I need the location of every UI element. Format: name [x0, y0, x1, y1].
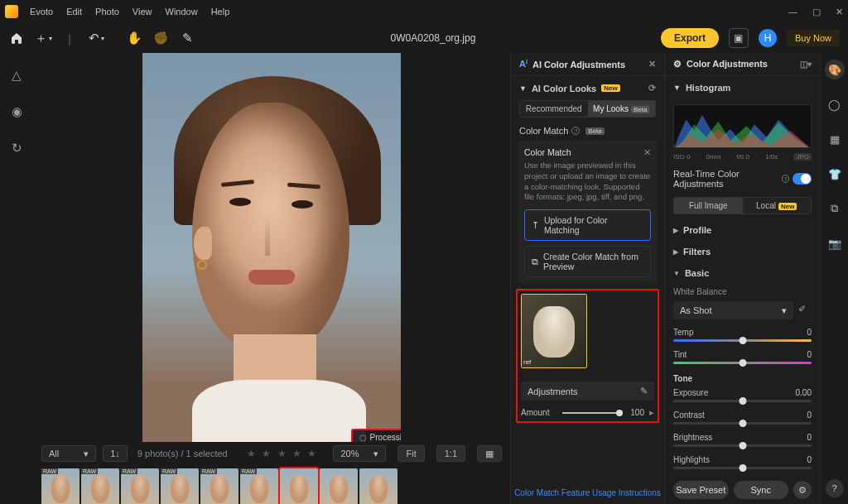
photo-count-label: 9 photo(s) / 1 selected [137, 449, 228, 458]
history-icon[interactable]: ↻ [7, 139, 26, 157]
highlights-slider[interactable] [673, 467, 812, 469]
rail-sky-icon[interactable]: ▦ [825, 129, 845, 149]
star-rating[interactable]: ★ ★ ★ ★ ★ [247, 448, 318, 459]
thumbnail[interactable]: RAW [200, 468, 238, 504]
radial-tool-icon[interactable]: ◉ [7, 103, 26, 121]
thumbnail[interactable]: RAW [41, 468, 80, 504]
play-icon[interactable]: ▸ [649, 407, 654, 418]
upload-color-match-button[interactable]: ⤒ Upload for Color Matching [524, 209, 651, 241]
contrast-slider[interactable] [673, 422, 812, 425]
info-icon[interactable]: ? [782, 175, 789, 183]
thumbnail[interactable]: RAW [161, 468, 199, 504]
menu-view[interactable]: View [126, 7, 159, 17]
one-to-one-button[interactable]: 1:1 [436, 445, 465, 462]
filter-dropdown[interactable]: All▾ [41, 445, 96, 462]
section-profile[interactable]: ▶Profile [665, 219, 820, 241]
undo-icon[interactable]: ↶▾ [88, 30, 104, 46]
zoom-dropdown[interactable]: 20%▾ [333, 445, 386, 462]
compare-icon[interactable]: ◫▾ [800, 60, 812, 69]
exposure-slider[interactable] [673, 400, 812, 402]
temp-slider[interactable] [673, 339, 812, 342]
thumbnail[interactable] [359, 468, 398, 504]
temp-label: Temp [673, 328, 693, 337]
home-icon[interactable] [8, 30, 25, 46]
instructions-link[interactable]: Color Match Feature Usage Instructions [511, 482, 664, 504]
rail-body-icon[interactable]: 👕 [825, 164, 845, 184]
tone-label: Tone [665, 371, 820, 386]
tab-local[interactable]: LocalNew [743, 198, 812, 214]
brightness-slider[interactable] [673, 444, 812, 447]
save-icon[interactable]: ▣ [729, 28, 749, 48]
brightness-value: 0 [807, 433, 812, 442]
eyedropper-icon[interactable]: ✐ [798, 304, 812, 317]
preview-photo[interactable]: ◌ Processing (Color Adjustments 100%) [142, 53, 401, 442]
add-icon[interactable]: ＋▾ [35, 30, 51, 46]
mask-tool-icon[interactable]: ✊ [152, 30, 169, 46]
amount-label: Amount [521, 408, 557, 417]
color-match-label: Color Match [519, 126, 568, 136]
section-filters[interactable]: ▶Filters [665, 241, 820, 262]
beta-badge: Beta [585, 127, 604, 135]
contrast-label: Contrast [673, 410, 705, 420]
disclosure-icon[interactable]: ▼ [673, 84, 681, 92]
menu-help[interactable]: Help [205, 7, 237, 17]
brightness-label: Brightness [673, 433, 712, 442]
sort-dropdown[interactable]: 1↓ [103, 445, 128, 462]
exposure-label: Exposure [673, 388, 708, 397]
tint-label: Tint [673, 350, 687, 359]
sync-button[interactable]: Sync [734, 481, 789, 499]
upload-icon: ⤒ [532, 220, 539, 230]
adjustments-label: Adjustments [528, 386, 578, 396]
info-icon[interactable]: ? [571, 127, 580, 135]
menu-edit[interactable]: Edit [60, 7, 89, 17]
thumbnail[interactable]: RAW [121, 468, 159, 504]
rail-crop-icon[interactable]: ⧉ [825, 199, 845, 218]
brush-tool-icon[interactable]: ✎ [179, 30, 195, 46]
create-from-preview-button[interactable]: ⧉ Create Color Match from Preview [524, 246, 651, 277]
realtime-toggle[interactable] [793, 173, 812, 185]
refresh-icon[interactable]: ⟳ [648, 83, 656, 94]
tint-slider[interactable] [673, 362, 812, 364]
rail-camera-icon[interactable]: 📷 [825, 233, 845, 253]
help-icon[interactable]: ? [826, 479, 844, 497]
settings-gear-icon[interactable]: ⚙ [793, 481, 812, 499]
thumbnail[interactable] [320, 468, 358, 504]
save-preset-button[interactable]: Save Preset [673, 481, 729, 499]
user-avatar[interactable]: H [759, 29, 777, 47]
menu-window[interactable]: Window [159, 7, 205, 17]
highlights-value: 0 [807, 455, 812, 464]
disclosure-icon[interactable]: ▼ [519, 84, 527, 93]
tint-value: 0 [807, 350, 812, 359]
rail-portrait-icon[interactable]: ◯ [825, 94, 845, 114]
close-color-match-icon[interactable]: ✕ [643, 147, 651, 158]
crop-tool-icon[interactable]: △ [7, 66, 26, 84]
grid-view-icon[interactable]: ▦ [477, 445, 502, 462]
histo-iso: ISO 0 [673, 153, 690, 161]
tab-recommended[interactable]: Recommended [520, 101, 588, 117]
amount-slider[interactable] [562, 412, 619, 414]
section-basic[interactable]: ▼Basic [665, 262, 820, 284]
temp-value: 0 [807, 328, 812, 337]
window-minimize-icon[interactable]: ― [788, 7, 797, 17]
white-balance-dropdown[interactable]: As Shot▾ [673, 301, 793, 319]
hand-tool-icon[interactable]: ✋ [126, 30, 142, 46]
close-ai-panel-icon[interactable]: ✕ [648, 59, 656, 70]
window-maximize-icon[interactable]: ▢ [812, 7, 821, 17]
thumbnail[interactable]: RAW [240, 468, 278, 504]
thumbnail-selected[interactable] [280, 468, 318, 504]
edit-adjustments-icon[interactable]: ✎ [640, 386, 648, 396]
tab-full-image[interactable]: Full Image [674, 198, 743, 214]
filename-label: 0W0A0208_org.jpg [205, 32, 661, 44]
buy-now-button[interactable]: Buy Now [787, 30, 840, 46]
thumbnail-strip: RAW RAW RAW RAW RAW RAW [33, 465, 510, 504]
menu-photo[interactable]: Photo [89, 7, 126, 17]
reference-thumbnail[interactable]: ref [521, 294, 587, 368]
export-button[interactable]: Export [661, 28, 719, 48]
histo-fstop: f/0.0 [736, 153, 749, 161]
window-close-icon[interactable]: ✕ [836, 7, 843, 17]
color-match-card: ✕ Color Match Use the image previewed in… [518, 141, 658, 284]
fit-button[interactable]: Fit [398, 445, 424, 462]
rail-color-icon[interactable]: 🎨 [825, 60, 845, 79]
tab-my-looks[interactable]: My LooksBeta [588, 101, 656, 117]
thumbnail[interactable]: RAW [81, 468, 119, 504]
